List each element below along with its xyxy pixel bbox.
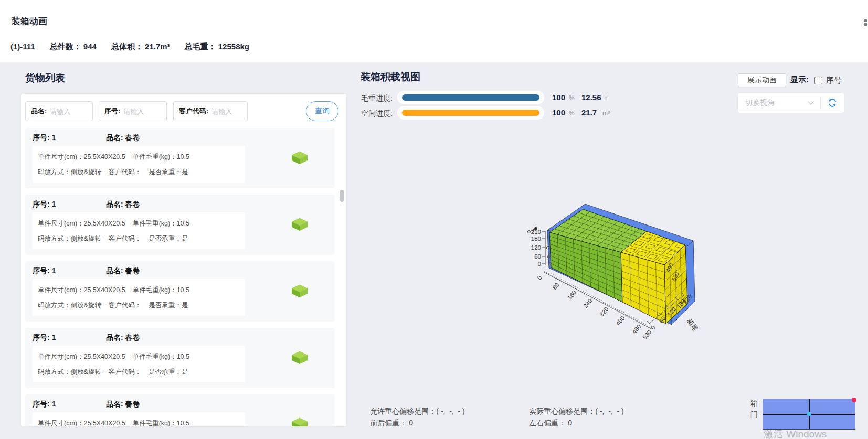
item-stack-mode: 码放方式：侧放&旋转 [38,235,101,242]
item-weight: 单件毛重(kg)：10.5 [133,286,189,294]
svg-text:530: 530 [641,329,653,340]
customer-code-input[interactable] [211,108,242,115]
svg-text:400: 400 [615,315,626,326]
space-progress-percent: 100 [552,108,565,117]
item-weight: 单件毛重(kg)：10.5 [133,420,189,426]
batch-number: (1)-111 [10,42,35,52]
view-angle-select[interactable]: 切换视角 [738,93,844,113]
weight-progress-label: 毛重进度: [361,94,393,103]
item-customer-code: 客户代码： [109,368,142,376]
svg-text:480: 480 [631,323,642,335]
cargo-list-item[interactable]: 序号: 1 品名: 春卷 单件尺寸(cm)：25.5X40X20.5 单件毛重(… [25,128,335,188]
item-size: 单件尺寸(cm)：25.5X40X20.5 [38,353,125,360]
refresh-icon [827,98,838,108]
scrollbar-thumb[interactable] [340,190,344,202]
item-header: 序号: 1 品名: 春卷 [33,266,56,276]
cg-corner-dot [852,398,856,402]
space-percent-symbol: % [569,110,575,117]
weight-progress-bar [397,91,544,104]
serial-number-checkbox[interactable] [814,77,822,84]
cargo-cube-icon [291,284,308,298]
main-content: 货物列表 品名: 序号: 客户代码: 查询 序号: 1 品名: 春卷 单件尺寸(… [0,62,868,439]
front-back-bias: 前后偏重： 0 [358,410,413,436]
container-3d-view[interactable]: 210 180 120 60 0 0 80 160 240 320 400 48… [485,199,711,351]
cargo-list-item[interactable]: 序号: 1 品名: 春卷 单件尺寸(cm)：25.5X40X20.5 单件毛重(… [25,328,335,388]
weight-unit: t [605,94,607,102]
cargo-cube-icon [291,218,308,231]
item-detail-box: 单件尺寸(cm)：25.5X40X20.5 单件毛重(kg)：10.5 码放方式… [33,412,245,426]
item-stack-mode: 码放方式：侧放&旋转 [38,168,101,176]
cargo-list-item[interactable]: 序号: 1 品名: 春卷 单件尺寸(cm)：25.5X40X20.5 单件毛重(… [25,195,335,255]
display-label: 显示: [790,75,809,85]
item-name: 品名: 春卷 [106,133,140,143]
total-volume: 总体积： 21.7m³ [111,42,170,52]
item-weight: 单件毛重(kg)：10.5 [133,220,189,227]
stowage-view-title: 装箱积载视图 [361,70,420,84]
svg-text:240: 240 [582,297,594,309]
serial-filter-input[interactable] [123,108,157,115]
item-detail-box: 单件尺寸(cm)：25.5X40X20.5 单件毛重(kg)：10.5 码放方式… [33,212,245,249]
cargo-cube-icon [291,417,308,426]
svg-text:60: 60 [534,253,541,260]
refresh-view-button[interactable] [821,93,844,113]
space-unit: m³ [602,110,610,117]
item-name: 品名: 春卷 [106,266,140,276]
cargo-list-card: 品名: 序号: 客户代码: 查询 序号: 1 品名: 春卷 单件尺寸(cm)：2… [21,94,346,426]
item-serial: 序号: 1 [33,133,56,142]
name-filter[interactable]: 品名: [25,101,93,121]
cargo-list-item[interactable]: 序号: 1 品名: 春卷 单件尺寸(cm)：25.5X40X20.5 单件毛重(… [25,394,335,426]
svg-text:0: 0 [649,324,656,331]
chevron-down-icon [808,99,813,104]
view-select-placeholder: 切换视角 [745,98,809,108]
name-filter-input[interactable] [50,108,83,115]
svg-text:80: 80 [551,282,560,291]
svg-text:120: 120 [531,244,541,251]
item-size: 单件尺寸(cm)：25.5X40X20.5 [38,220,125,227]
svg-text:0: 0 [538,261,541,267]
item-size: 单件尺寸(cm)：25.5X40X20.5 [38,286,125,294]
total-weight: 总毛重： 12558kg [185,42,249,52]
weight-progress-percent: 100 [552,93,565,102]
space-progress-value: 21.7 [581,108,597,117]
svg-text:320: 320 [598,306,610,317]
item-load-bearing: 是否承重：是 [149,368,188,376]
customer-filter-label: 客户代码: [179,106,208,116]
list-scrollbar[interactable] [339,188,345,423]
packing-animation-page: 装箱动画 (1)-111 总件数： 944 总体积： 21.7m³ 总毛重： 1… [0,0,868,439]
serial-filter-label: 序号: [104,106,120,116]
weight-progress-fill [402,94,539,101]
customer-code-filter[interactable]: 客户代码: [173,101,248,121]
space-progress-bar [397,106,544,120]
total-pieces: 总件数： 944 [50,42,97,52]
item-name: 品名: 春卷 [106,200,140,209]
item-customer-code: 客户代码： [109,235,142,242]
space-progress-label: 空间进度: [361,109,393,119]
item-name: 品名: 春卷 [106,333,140,342]
cg-center-dot [807,412,811,416]
weight-progress-value: 12.56 [581,93,601,102]
show-animation-button[interactable]: 展示动画 [738,73,786,87]
serial-checkbox-label: 序号 [826,76,842,85]
svg-text:160: 160 [566,289,578,301]
serial-filter[interactable]: 序号: [99,101,167,121]
query-button[interactable]: 查询 [306,101,338,121]
tail-axis-label: 箱尾 [685,317,700,333]
svg-text:0: 0 [536,274,543,281]
item-weight: 单件毛重(kg)：10.5 [133,353,189,360]
cargo-cube-icon [291,351,308,365]
item-stack-mode: 码放方式：侧放&旋转 [38,368,101,376]
item-serial: 序号: 1 [33,333,56,341]
item-weight: 单件毛重(kg)：10.5 [133,153,189,160]
item-header: 序号: 1 品名: 春卷 [33,400,56,409]
svg-text:180: 180 [531,235,541,242]
clipped-window-icon[interactable] [863,19,868,26]
item-serial: 序号: 1 [33,200,56,208]
cargo-list-title: 货物列表 [25,71,65,85]
item-header: 序号: 1 品名: 春卷 [33,333,56,342]
cargo-list: 序号: 1 品名: 春卷 单件尺寸(cm)：25.5X40X20.5 单件毛重(… [21,128,346,426]
left-right-bias: 左右偏重： 0 [517,410,572,436]
item-detail-box: 单件尺寸(cm)：25.5X40X20.5 单件毛重(kg)：10.5 码放方式… [33,346,245,382]
space-progress-fill [402,110,539,116]
cargo-list-item[interactable]: 序号: 1 品名: 春卷 单件尺寸(cm)：25.5X40X20.5 单件毛重(… [25,261,335,322]
weight-percent-symbol: % [569,94,575,102]
